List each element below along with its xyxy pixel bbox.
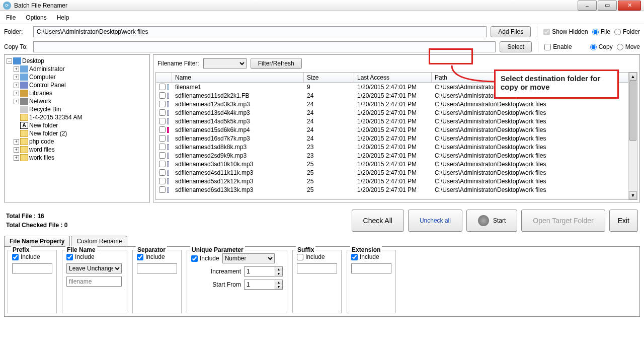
file-radio[interactable]: File [592, 28, 610, 35]
scrollbar[interactable]: ▲ ▼ [628, 73, 637, 199]
table-row[interactable]: sdfilenamesd5sd12k12k.mp3251/20/2015 2:4… [156, 177, 628, 185]
select-button[interactable]: Select [500, 41, 532, 52]
tree-item[interactable]: +word files [14, 146, 147, 154]
row-checkbox[interactable] [159, 84, 166, 90]
table-row[interactable]: sdfilenamesd13sd4k4k.mp3241/20/2015 2:47… [156, 108, 628, 117]
scroll-down-icon[interactable]: ▼ [629, 191, 637, 199]
unique-type-select[interactable]: Number [222, 253, 275, 263]
suffix-include-checkbox[interactable]: Include [297, 253, 325, 260]
tree-item[interactable]: +Network [14, 97, 147, 105]
tree-item[interactable]: +Libraries [14, 89, 147, 97]
tab-custom-rename[interactable]: Custom Rename [71, 236, 127, 246]
expand-icon[interactable] [14, 131, 19, 136]
expand-icon[interactable]: + [14, 99, 19, 104]
row-checkbox[interactable] [159, 161, 166, 167]
col-access[interactable]: Last Access [354, 73, 432, 83]
tree-item[interactable]: ANew folder [14, 121, 147, 129]
tree-item[interactable]: +Control Panel [14, 81, 147, 89]
table-row[interactable]: sdfilenamesd6sd13k13k.mp3251/20/2015 2:4… [156, 185, 628, 194]
table-row[interactable]: sdfilenamesd3sd10k10k.mp3251/20/2015 2:4… [156, 160, 628, 168]
move-radio[interactable]: Move [617, 43, 640, 50]
table-row[interactable]: sdfilenamesd11sd2k2k1.FB241/20/2015 2:47… [156, 91, 628, 100]
filename-mode-select[interactable]: Leave Unchange [66, 263, 122, 273]
row-checkbox[interactable] [159, 186, 166, 193]
tree-item[interactable]: Recycle Bin [14, 105, 147, 113]
tree-item[interactable]: +Computer [14, 73, 147, 81]
expand-icon[interactable]: + [14, 155, 19, 161]
tree-item[interactable]: 1-4-2015 32354 AM [14, 113, 147, 121]
folder-radio[interactable]: Folder [614, 28, 640, 35]
col-size[interactable]: Size [304, 73, 354, 83]
unique-include-checkbox[interactable]: Include [191, 255, 219, 262]
file-list[interactable]: Name Size Last Access Path filename191/2… [155, 72, 637, 200]
table-row[interactable]: sdfilenamesd15sd6k6k.mp4241/20/2015 2:47… [156, 125, 628, 134]
row-checkbox[interactable] [159, 135, 166, 142]
show-hidden-checkbox[interactable]: Show Hidden [543, 28, 588, 35]
tree-item[interactable]: +work files [14, 154, 147, 162]
copy-radio[interactable]: Copy [590, 43, 613, 50]
spin-up-icon[interactable]: ▲ [275, 280, 282, 285]
tree-item[interactable]: +php code [14, 138, 147, 146]
filter-select[interactable] [203, 58, 247, 68]
extension-include-checkbox[interactable]: Include [351, 253, 379, 260]
expand-icon[interactable]: + [14, 91, 19, 96]
folder-tree[interactable]: – Desktop +Administrator+Computer+Contro… [4, 54, 150, 202]
spin-up-icon[interactable]: ▲ [275, 267, 282, 271]
add-files-button[interactable]: Add Files [491, 26, 531, 37]
separator-input[interactable] [137, 263, 177, 273]
expand-icon[interactable]: + [14, 83, 19, 88]
table-row[interactable]: sdfilenamesd4sd11k11k.mp3251/20/2015 2:4… [156, 168, 628, 177]
row-checkbox[interactable] [159, 169, 166, 176]
suffix-input[interactable] [297, 263, 337, 273]
exit-button[interactable]: Exit [609, 210, 638, 232]
close-button[interactable]: ✕ [618, 1, 641, 11]
row-checkbox[interactable] [159, 118, 166, 124]
expand-icon[interactable]: – [7, 58, 12, 64]
table-row[interactable]: sdfilenamesd16sd7k7k.mp3241/20/2015 2:47… [156, 134, 628, 143]
row-checkbox[interactable] [159, 144, 166, 150]
minimize-button[interactable]: – [578, 1, 597, 11]
filename-include-checkbox[interactable]: Include [66, 253, 95, 260]
expand-icon[interactable]: + [14, 75, 19, 80]
folder-path-input[interactable] [33, 26, 487, 37]
table-row[interactable]: sdfilenamesd14sd5k5k.mp3241/20/2015 2:47… [156, 117, 628, 125]
increment-input[interactable] [244, 266, 275, 277]
row-checkbox[interactable] [159, 101, 166, 107]
table-row[interactable]: sdfilenamesd1sd8k8k.mp3231/20/2015 2:47:… [156, 143, 628, 151]
row-checkbox[interactable] [159, 109, 166, 116]
expand-icon[interactable] [14, 107, 19, 112]
extension-input[interactable] [351, 263, 391, 273]
startfrom-input[interactable] [244, 280, 275, 290]
scroll-up-icon[interactable]: ▲ [629, 73, 637, 81]
prefix-input[interactable] [12, 263, 52, 273]
table-row[interactable]: sdfilenamesd2sd9k9k.mp3231/20/2015 2:47:… [156, 151, 628, 160]
uncheck-all-button[interactable]: Uncheck all [408, 210, 462, 232]
expand-icon[interactable]: + [14, 66, 19, 72]
row-checkbox[interactable] [159, 92, 166, 99]
filter-refresh-button[interactable]: Filter/Refresh [251, 58, 302, 69]
table-row[interactable]: sdfilenamesd12sd3k3k.mp3241/20/2015 2:47… [156, 100, 628, 108]
menu-options[interactable]: Options [26, 14, 46, 21]
tree-item[interactable]: +Administrator [14, 65, 147, 73]
expand-icon[interactable]: + [14, 139, 19, 145]
check-all-button[interactable]: Check All [352, 210, 404, 232]
menu-file[interactable]: File [6, 14, 16, 21]
spin-down-icon[interactable]: ▼ [275, 285, 282, 289]
row-checkbox[interactable] [159, 178, 166, 184]
row-checkbox[interactable] [159, 152, 166, 159]
expand-icon[interactable] [14, 123, 19, 128]
tree-item[interactable]: New folder (2) [14, 129, 147, 138]
tree-root[interactable]: – Desktop [7, 57, 147, 65]
scroll-thumb[interactable] [629, 81, 636, 141]
filename-input[interactable] [66, 277, 122, 287]
expand-icon[interactable]: + [14, 147, 19, 153]
copy-to-path-input[interactable] [33, 41, 496, 52]
prefix-include-checkbox[interactable]: Include [12, 253, 40, 260]
row-checkbox[interactable] [159, 126, 166, 133]
menu-help[interactable]: Help [57, 14, 69, 21]
enable-checkbox[interactable]: Enable [544, 43, 572, 50]
expand-icon[interactable] [14, 115, 19, 120]
tab-file-name-property[interactable]: File Name Property [4, 236, 70, 246]
maximize-button[interactable]: ▭ [598, 1, 617, 11]
separator-include-checkbox[interactable]: Include [137, 253, 165, 260]
